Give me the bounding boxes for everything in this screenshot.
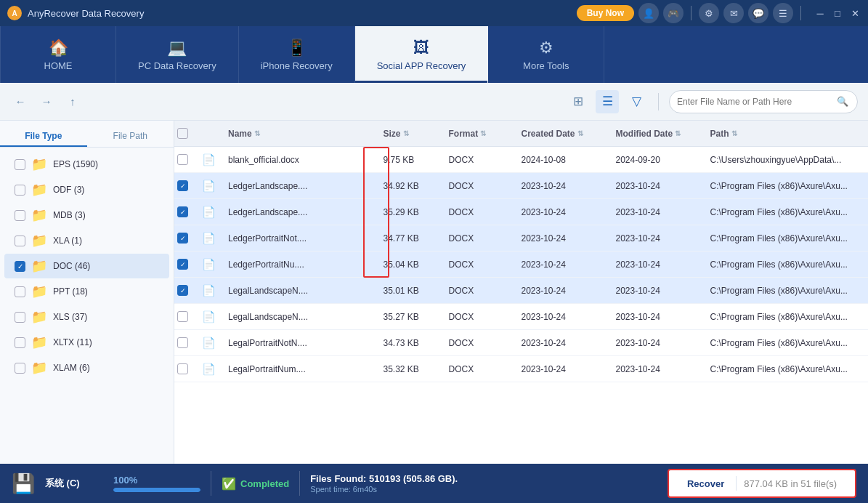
user-icon[interactable]: 👤 [638, 3, 659, 23]
sidebar-item-xlam[interactable]: 📁 XLAM (6) [4, 355, 169, 380]
sidebar-label-odf: ODF (3) [53, 185, 159, 195]
sidebar-item-xltx[interactable]: 📁 XLTX (11) [4, 330, 169, 355]
recover-button[interactable]: Recover 877.04 KB in 51 file(s) [668, 469, 856, 498]
row-checkbox-4[interactable]: ✓ [177, 259, 188, 270]
table-header: Name ⇅ Size ⇅ Format ⇅ Created Date ⇅ Mo… [174, 121, 868, 147]
sidebar-label-xls: XLS (37) [53, 312, 159, 322]
statusbar-sep2 [299, 471, 300, 496]
header-path[interactable]: Path ⇅ [710, 129, 866, 139]
buy-now-button[interactable]: Buy Now [577, 5, 634, 21]
file-size-7: 34.73 KB [384, 338, 449, 348]
table-row[interactable]: 📄 LegalPortraitNotN.... 34.73 KB DOCX 20… [174, 330, 868, 356]
checkbox-doc[interactable]: ✓ [15, 261, 25, 272]
table-row[interactable]: 📄 blank_official.docx 9.75 KB DOCX 2024-… [174, 147, 868, 173]
file-modified-6: 2023-10-24 [616, 312, 710, 322]
search-box[interactable]: 🔍 [669, 90, 858, 113]
time-spent: Spent time: 6m40s [310, 485, 458, 494]
list-view-button[interactable]: ☰ [596, 90, 619, 113]
menu-icon[interactable]: ☰ [773, 3, 793, 23]
file-size-2: 35.29 KB [384, 207, 449, 217]
row-checkbox-6[interactable] [177, 311, 188, 322]
sidebar-item-eps[interactable]: 📁 EPS (1590) [4, 152, 169, 177]
close-button[interactable]: ✕ [849, 7, 861, 19]
checkbox-odf[interactable] [15, 185, 25, 196]
folder-icon-eps: 📁 [31, 156, 47, 172]
file-icon-5: 📄 [202, 284, 228, 297]
maximize-button[interactable]: □ [832, 7, 843, 19]
row-checkbox-5[interactable]: ✓ [177, 285, 188, 296]
chat-icon[interactable]: 💬 [748, 3, 768, 23]
file-size-3: 34.77 KB [384, 233, 449, 244]
nav-pc-recovery[interactable]: 💻 PC Data Recovery [116, 26, 239, 83]
sidebar-item-odf[interactable]: 📁 ODF (3) [4, 177, 169, 202]
sidebar-item-doc[interactable]: ✓ 📁 DOC (46) [4, 254, 169, 278]
table-row[interactable]: 📄 LegalLandscapeN.... 35.27 KB DOCX 2023… [174, 304, 868, 330]
back-button[interactable]: ← [10, 92, 31, 112]
header-format[interactable]: Format ⇅ [449, 129, 522, 139]
table-row[interactable]: ✓ 📄 LedgerLandscape.... 35.29 KB DOCX 20… [174, 199, 868, 225]
settings-icon[interactable]: ⚙ [699, 3, 719, 23]
iphone-icon: 📱 [287, 39, 307, 57]
tab-file-type[interactable]: File Type [0, 126, 87, 147]
mail-icon[interactable]: ✉ [723, 3, 744, 23]
header-modified[interactable]: Modified Date ⇅ [616, 129, 710, 139]
row-checkbox-3[interactable]: ✓ [177, 233, 188, 244]
file-icon-7: 📄 [202, 337, 228, 350]
sidebar-item-ppt[interactable]: 📁 PPT (18) [4, 279, 169, 304]
nav-social-recovery[interactable]: 🖼 Social APP Recovery [355, 26, 489, 83]
file-format-7: DOCX [449, 338, 522, 348]
search-input[interactable] [677, 97, 837, 107]
table-row[interactable]: ✓ 📄 LedgerPortraitNot.... 34.77 KB DOCX … [174, 225, 868, 252]
table-row[interactable]: ✓ 📄 LedgerLandscape.... 34.92 KB DOCX 20… [174, 173, 868, 199]
grid-view-button[interactable]: ⊞ [567, 90, 590, 113]
checkbox-xls[interactable] [15, 312, 25, 323]
sort-created-icon: ⇅ [577, 129, 583, 137]
file-name-2: LedgerLandscape.... [228, 207, 384, 217]
header-name[interactable]: Name ⇅ [228, 129, 384, 139]
table-row[interactable]: ✓ 📄 LedgerPortraitNu.... 35.04 KB DOCX 2… [174, 252, 868, 278]
nav-iphone-label: iPhone Recovery [261, 60, 333, 71]
nav-iphone-recovery[interactable]: 📱 iPhone Recovery [239, 26, 355, 83]
select-all-checkbox[interactable] [177, 128, 188, 139]
recover-btn-sep [736, 476, 737, 491]
titlebar: A AnyRecover Data Recovery Buy Now 👤 🎮 ⚙… [0, 0, 868, 26]
header-size[interactable]: Size ⇅ [384, 129, 449, 139]
row-checkbox-7[interactable] [177, 337, 188, 348]
forward-button[interactable]: → [36, 92, 57, 112]
row-checkbox-8[interactable] [177, 363, 188, 374]
checkbox-eps[interactable] [15, 159, 25, 170]
file-created-4: 2023-10-24 [522, 259, 616, 270]
minimize-button[interactable]: ─ [814, 7, 826, 19]
nav-more-tools[interactable]: ⚙ More Tools [488, 26, 604, 83]
sidebar-label-eps: EPS (1590) [53, 159, 159, 169]
file-path-7: C:\Program Files (x86)\Axure\Axu... [710, 338, 866, 348]
file-size-1: 34.92 KB [384, 181, 449, 191]
file-path-8: C:\Program Files (x86)\Axure\Axu... [710, 364, 866, 374]
row-checkbox-2[interactable]: ✓ [177, 206, 188, 217]
up-button[interactable]: ↑ [62, 92, 83, 112]
file-icon-1: 📄 [202, 180, 228, 193]
table-row[interactable]: ✓ 📄 LegalLandscapeN.... 35.01 KB DOCX 20… [174, 278, 868, 304]
header-created[interactable]: Created Date ⇅ [522, 129, 616, 139]
checkbox-xlam[interactable] [15, 363, 25, 374]
checkbox-xltx[interactable] [15, 337, 25, 348]
row-checkbox-0[interactable] [177, 154, 188, 165]
header-checkbox[interactable] [177, 128, 202, 139]
row-checkbox-1[interactable]: ✓ [177, 180, 188, 191]
checkbox-mdb[interactable] [15, 210, 25, 221]
file-name-8: LegalPortraitNum.... [228, 364, 384, 374]
sidebar-item-xla[interactable]: 📁 XLA (1) [4, 228, 169, 253]
sidebar-item-xls[interactable]: 📁 XLS (37) [4, 305, 169, 329]
home-icon: 🏠 [49, 39, 68, 57]
discord-icon[interactable]: 🎮 [663, 3, 684, 23]
sidebar-item-mdb[interactable]: 📁 MDB (3) [4, 203, 169, 228]
filter-button[interactable]: ▽ [625, 90, 648, 113]
nav-home[interactable]: 🏠 HOME [0, 26, 116, 83]
folder-icon-xlam: 📁 [31, 360, 47, 376]
checkbox-xla[interactable] [15, 236, 25, 246]
tab-file-path[interactable]: File Path [87, 126, 174, 147]
table-row[interactable]: 📄 LegalPortraitNum.... 35.32 KB DOCX 202… [174, 356, 868, 382]
folder-icon-mdb: 📁 [31, 207, 47, 223]
file-modified-3: 2023-10-24 [616, 233, 710, 244]
checkbox-ppt[interactable] [15, 286, 25, 297]
